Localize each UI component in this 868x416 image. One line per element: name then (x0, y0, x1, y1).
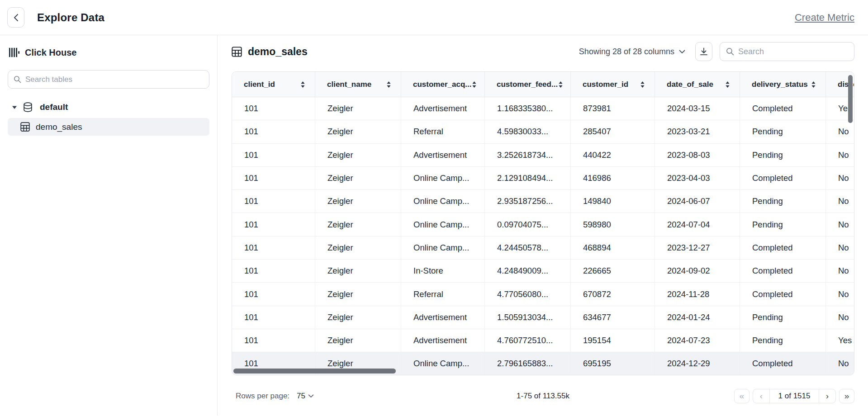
column-header[interactable]: customer_acq... (401, 72, 485, 97)
table-row[interactable]: 101ZeiglerReferral4.77056080...670872202… (232, 283, 854, 306)
clickhouse-logo-icon (9, 47, 20, 58)
table-cell: 4.24849009... (485, 260, 571, 282)
table-cell: No (826, 352, 854, 375)
table-cell: 598980 (571, 213, 655, 236)
table-cell: Completed (740, 97, 826, 120)
table-cell: Zeigler (315, 190, 401, 213)
page-title: Explore Data (37, 11, 104, 24)
table-row[interactable]: 101ZeiglerAdvertisement4.760772510...195… (232, 329, 854, 352)
column-header-label: customer_feed... (497, 80, 558, 89)
table-cell: Pending (740, 306, 826, 329)
table-title-row: demo_sales Showing 28 of 28 columns (232, 41, 854, 62)
column-header-label: delivery_status (752, 80, 808, 89)
next-page-button[interactable]: › (819, 389, 835, 403)
table-row[interactable]: 101ZeiglerOnline Camp...2.935187256...14… (232, 190, 854, 213)
sidebar-item-label: demo_sales (36, 122, 82, 132)
chevron-down-icon (679, 50, 685, 54)
horizontal-scrollbar-thumb[interactable] (233, 369, 396, 373)
table-row[interactable]: 101ZeiglerAdvertisement1.505913034...634… (232, 306, 854, 329)
sidebar-search-box[interactable] (8, 70, 209, 89)
table-cell: 101 (232, 260, 315, 282)
table-cell: 2023-04-03 (655, 167, 740, 189)
table-cell: 195154 (571, 329, 655, 352)
column-header[interactable]: customer_id (571, 72, 655, 97)
rows-per-page-select[interactable]: 75 (297, 392, 314, 401)
search-icon (726, 47, 734, 56)
table-cell: Zeigler (315, 260, 401, 282)
sidebar-search-input[interactable] (25, 75, 204, 84)
download-button[interactable] (695, 42, 712, 61)
table-cell: 2024-07-23 (655, 329, 740, 352)
table-cell: 101 (232, 213, 315, 236)
chevron-left-icon (14, 14, 19, 22)
table-cell: Zeigler (315, 306, 401, 329)
column-header[interactable]: client_name (315, 72, 401, 97)
table-row[interactable]: 101ZeiglerOnline Camp...0.09704075...598… (232, 213, 854, 236)
table-cell: Advertisement (401, 144, 485, 166)
tree-database-row[interactable]: default (8, 99, 209, 115)
column-header[interactable]: customer_feed... (485, 72, 571, 97)
table-cell: Pending (740, 144, 826, 166)
table-cell: Zeigler (315, 167, 401, 189)
chevron-down-icon (308, 394, 314, 398)
last-page-button[interactable]: » (839, 389, 854, 403)
table-cell: Advertisement (401, 97, 485, 120)
table-cell: Yes (826, 329, 854, 352)
table-cell: 2024-12-29 (655, 352, 740, 375)
table-cell: 101 (232, 144, 315, 166)
table-search-box[interactable] (720, 42, 854, 61)
table-cell: Pending (740, 190, 826, 213)
sort-icon (811, 81, 816, 88)
database-icon (23, 102, 33, 112)
table-cell: 1.168335380... (485, 97, 571, 120)
table-cell: Zeigler (315, 144, 401, 166)
rows-per-page: Rows per page: 75 (236, 392, 314, 401)
table-footer: Rows per page: 75 1-75 of 113.55k « ‹ (232, 388, 854, 404)
back-button[interactable] (7, 7, 24, 28)
table-grid-icon (232, 47, 242, 57)
create-metric-link[interactable]: Create Metric (795, 12, 854, 24)
sort-icon (300, 81, 306, 88)
table-grid-icon (20, 122, 30, 132)
sidebar: Click House default (0, 35, 218, 416)
table-cell: Online Camp... (401, 352, 485, 375)
table-cell: No (826, 144, 854, 166)
column-header-label: customer_id (583, 80, 628, 89)
table-search-input[interactable] (738, 47, 848, 57)
table-row[interactable]: 101ZeiglerOnline Camp...2.129108494...41… (232, 167, 854, 190)
table-cell: 634677 (571, 306, 655, 329)
table-row[interactable]: 101ZeiglerOnline Camp...4.24450578...468… (232, 236, 854, 260)
column-header[interactable]: delivery_status (740, 72, 826, 97)
table-cell: Advertisement (401, 329, 485, 352)
table-cell: 2.129108494... (485, 167, 571, 189)
columns-visibility-dropdown[interactable]: Showing 28 of 28 columns (579, 47, 685, 57)
vertical-scrollbar-thumb[interactable] (848, 75, 853, 123)
table-cell: 468894 (571, 236, 655, 259)
caret-down-icon (12, 105, 17, 109)
table-row[interactable]: 101ZeiglerAdvertisement1.168335380...873… (232, 97, 854, 120)
table-cell: 4.760772510... (485, 329, 571, 352)
table-cell: Referral (401, 120, 485, 143)
page-indicator: 1 of 1515 (769, 389, 819, 403)
table-cell: 2024-01-24 (655, 306, 740, 329)
table-cell: Online Camp... (401, 236, 485, 259)
column-header-label: client_name (327, 80, 371, 89)
table-cell: 2.796165883... (485, 352, 571, 375)
column-header[interactable]: date_of_sale (655, 72, 740, 97)
table-row[interactable]: 101ZeiglerIn-Store4.24849009...226665202… (232, 260, 854, 283)
column-header[interactable]: client_id (232, 72, 315, 97)
first-page-button[interactable]: « (734, 389, 749, 403)
table-cell: 101 (232, 283, 315, 305)
datasource-name: Click House (25, 47, 76, 58)
table-row[interactable]: 101ZeiglerReferral4.59830033...285407202… (232, 120, 854, 143)
table-cell: 2023-08-03 (655, 144, 740, 166)
table-row[interactable]: 101ZeiglerAdvertisement3.252618734...440… (232, 144, 854, 167)
table-cell: In-Store (401, 260, 485, 282)
datasource-row: Click House (8, 47, 209, 58)
sidebar-item-demo-sales[interactable]: demo_sales (8, 118, 209, 136)
table-cell: Pending (740, 213, 826, 236)
previous-page-button[interactable]: ‹ (753, 389, 769, 403)
table-cell: 2024-11-28 (655, 283, 740, 305)
table-cell: 2024-07-04 (655, 213, 740, 236)
table-cell: No (826, 283, 854, 305)
